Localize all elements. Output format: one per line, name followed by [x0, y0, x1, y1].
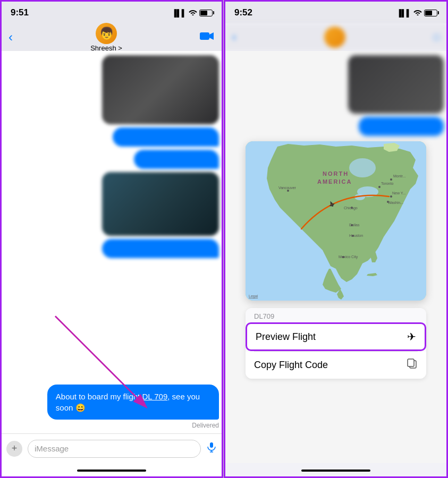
- home-indicator: [77, 470, 146, 472]
- svg-text:Chicago: Chicago: [344, 206, 358, 210]
- input-bar: + iMessage: [0, 433, 223, 463]
- svg-point-17: [351, 224, 353, 226]
- svg-point-19: [352, 235, 354, 237]
- left-status-bar: 9:51 ▐▌▌: [0, 0, 223, 23]
- svg-text:Vancouver: Vancouver: [278, 186, 297, 190]
- message-input[interactable]: iMessage: [28, 440, 201, 458]
- svg-text:NORTH: NORTH: [323, 170, 349, 177]
- svg-text:Mexico City: Mexico City: [339, 255, 358, 259]
- video-call-button[interactable]: [200, 31, 215, 44]
- svg-point-23: [378, 186, 381, 188]
- left-status-icons: ▐▌▌: [172, 9, 213, 17]
- input-placeholder: iMessage: [35, 444, 69, 453]
- svg-text:AMERICA: AMERICA: [317, 178, 352, 185]
- svg-rect-3: [210, 442, 213, 448]
- svg-point-9: [349, 158, 376, 177]
- svg-point-25: [390, 178, 392, 181]
- map-area: NORTH AMERICA Vancouver Chicago Dallas H…: [246, 141, 426, 301]
- right-blurred-nav: ‹ □: [224, 23, 448, 51]
- right-phone: 9:52 ▐▌▌ ‹ □: [224, 0, 448, 478]
- left-phone: 9:51 ▐▌▌ ‹ 👦 Shreesh >: [0, 0, 224, 478]
- delivered-label: Delivered: [192, 422, 219, 429]
- flight-info-card: DL709 Preview Flight ✈ Copy Flight Code: [246, 308, 426, 379]
- right-status-icons: ▐▌▌: [396, 9, 437, 17]
- plus-icon: +: [12, 443, 18, 454]
- svg-text:Washin...: Washin...: [388, 201, 403, 204]
- preview-flight-button[interactable]: Preview Flight ✈: [246, 322, 426, 351]
- flight-code-bar: DL709: [246, 308, 426, 322]
- right-home-indicator: [301, 470, 370, 472]
- right-time: 9:52: [234, 7, 252, 18]
- battery-icon: [199, 10, 213, 16]
- messages-area: About to board my flight DL 709, see you…: [0, 51, 223, 433]
- copy-flight-label: Copy Flight Code: [254, 360, 328, 371]
- svg-text:Toronto: Toronto: [381, 182, 393, 185]
- preview-flight-label: Preview Flight: [256, 331, 316, 343]
- wifi-icon: [189, 9, 197, 17]
- nav-center[interactable]: 👦 Shreesh >: [90, 23, 122, 52]
- blurred-bubble-2: [134, 150, 219, 169]
- signal-icon: ▐▌▌: [172, 9, 187, 17]
- svg-point-29: [387, 201, 389, 203]
- right-messages-area: NORTH AMERICA Vancouver Chicago Dallas H…: [224, 51, 448, 463]
- svg-text:Houston: Houston: [349, 234, 363, 237]
- svg-point-21: [342, 256, 344, 258]
- blurred-bubble-1: [113, 127, 219, 147]
- svg-text:Montr...: Montr...: [393, 174, 405, 178]
- svg-point-27: [390, 195, 392, 198]
- plane-icon: ✈: [407, 330, 416, 343]
- left-nav-bar: ‹ 👦 Shreesh >: [0, 23, 223, 51]
- svg-point-15: [351, 207, 353, 209]
- back-button[interactable]: ‹: [9, 30, 13, 45]
- blurred-dark-bubble: [102, 172, 219, 236]
- svg-text:New Y...: New Y...: [392, 191, 405, 195]
- copy-icon: [406, 358, 418, 372]
- audio-button[interactable]: [206, 442, 217, 455]
- right-wifi-icon: [413, 9, 422, 17]
- contact-avatar: 👦: [96, 23, 117, 44]
- svg-point-13: [287, 190, 289, 192]
- flight-map-card: NORTH AMERICA Vancouver Chicago Dallas H…: [246, 141, 426, 301]
- copy-flight-button[interactable]: Copy Flight Code: [246, 352, 426, 379]
- right-blurred-image: [348, 55, 444, 114]
- left-time: 9:51: [11, 7, 29, 18]
- svg-text:Legal: Legal: [249, 294, 258, 298]
- right-battery-icon: [424, 10, 437, 16]
- add-button[interactable]: +: [6, 441, 22, 457]
- blurred-image-1: [102, 55, 219, 124]
- flight-link[interactable]: DL 709: [142, 392, 167, 401]
- right-home-bar: [224, 463, 448, 478]
- svg-rect-32: [408, 359, 414, 366]
- blurred-bubble-3: [102, 239, 219, 258]
- right-blurred-bubble: [359, 117, 444, 136]
- bubble-text-pre: About to board my flight: [56, 392, 142, 401]
- right-signal-icon: ▐▌▌: [396, 9, 411, 17]
- left-home-bar: [0, 463, 223, 478]
- svg-text:Dallas: Dallas: [349, 223, 360, 227]
- right-status-bar: 9:52 ▐▌▌: [224, 0, 448, 23]
- svg-rect-0: [200, 32, 209, 40]
- north-america-map: NORTH AMERICA Vancouver Chicago Dallas H…: [246, 141, 426, 301]
- main-message-bubble: About to board my flight DL 709, see you…: [47, 385, 219, 420]
- flight-code: DL709: [254, 312, 274, 320]
